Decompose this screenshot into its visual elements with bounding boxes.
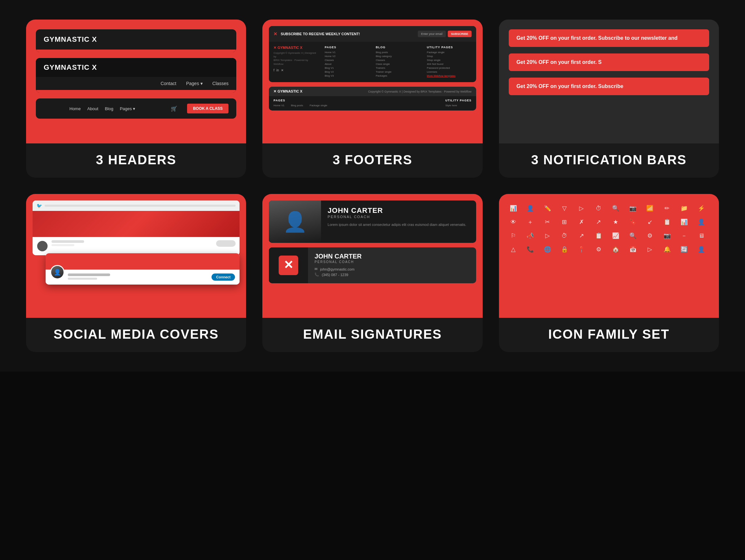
svg-text:✕: ✕ (284, 258, 293, 272)
sig2-x-logo: ✕ (279, 255, 298, 275)
email-sig-1: 👤 JOHN CARTER PERSONAL COACH Lorem ipsum… (269, 200, 476, 243)
notif-bar-2: Get 20% OFF on your first order. S (509, 54, 709, 71)
nav-about[interactable]: About (87, 106, 98, 111)
footer-link-blogv1[interactable]: Blog V1 (325, 66, 369, 69)
notif-bar-3: Get 20% OFF on your first order. Subscri… (509, 77, 709, 95)
twitter-name-bar (52, 240, 84, 243)
nav-pages-2[interactable]: Pages ▾ (120, 106, 135, 111)
icon-megaphone: 📣 (526, 231, 535, 240)
twitter-info (52, 240, 213, 252)
footer-utility-title: UTILITY PAGES (427, 45, 472, 49)
email-sig-2: ✕ JOHN CARTER PERSONAL COACH ✉ john@gymn… (269, 247, 476, 283)
sig1-photo: 👤 (269, 200, 321, 243)
icon-pin: 📍 (577, 245, 586, 254)
icon-lock: 🔒 (560, 245, 569, 254)
feature-grid: GYMNASTIC X GYMNASTIC X Contact Pages ▾ … (26, 20, 719, 352)
subscribe-input[interactable]: Enter your email (418, 31, 446, 37)
cart-icon[interactable]: 🛒 (171, 105, 177, 112)
icon-arrow-up-right: ↗ (577, 231, 586, 240)
footers-preview: ✕ SUBSCRIBE TO RECEIVE WEEKLY CONTENT! E… (262, 20, 482, 144)
sig2-title: PERSONAL COACH (315, 260, 469, 264)
icon-copy: 📋 (594, 231, 603, 240)
nav-classes[interactable]: Classes (213, 81, 229, 86)
icon-bell: 🔔 (662, 245, 672, 254)
social-label: SOCIAL MEDIA COVERS (26, 318, 246, 352)
sig2-name: JOHN CARTER (315, 253, 469, 260)
notif-bar-1: Get 20% OFF on your first order. Subscri… (509, 29, 709, 47)
nav-pages[interactable]: Pages ▾ (186, 81, 203, 86)
icon-chart2: 📈 (611, 231, 620, 240)
icon-triangle: △ (509, 245, 518, 254)
footer-link-blogv2[interactable]: Blog V2 (325, 70, 369, 73)
icon-phone: 📞 (526, 245, 535, 254)
footer-link-blogv3[interactable]: Blog V3 (325, 74, 369, 77)
footer-subscribe-section: ✕ SUBSCRIBE TO RECEIVE WEEKLY CONTENT! E… (269, 26, 476, 42)
nav-home[interactable]: Home (69, 106, 81, 111)
social-card-outer: 🐦 (26, 194, 246, 352)
headers-card: GYMNASTIC X GYMNASTIC X Contact Pages ▾ … (26, 20, 246, 178)
icon-play2: ▷ (543, 231, 552, 240)
brand-name-2: GYMNASTIC X (44, 63, 97, 72)
twitter-cover (33, 211, 239, 237)
icon-chart: 📊 (509, 204, 518, 213)
icon-bar-chart: 📊 (680, 217, 689, 226)
subscribe-btn[interactable]: SUBSCRIBE (448, 31, 472, 37)
icon-search: 🔍 (611, 204, 620, 213)
icon-label: ICON FAMILY SET (499, 318, 719, 352)
icon-wifi: 📶 (645, 204, 654, 213)
footer-link-classes[interactable]: Classes (325, 59, 369, 62)
icon-x: ✗ (577, 217, 586, 226)
icon-grid: 📊 👤 ✏️ ▽ ▷ ⏱ 🔍 📷 📶 ✏ 📁 ⚡ 👁 ＋ ✂ ⊞ (506, 200, 712, 257)
header-2-red-bar (36, 90, 236, 93)
sig2-logo-area: ✕ (269, 247, 308, 283)
sig1-name: JOHN CARTER (327, 206, 469, 215)
headers-preview: GYMNASTIC X GYMNASTIC X Contact Pages ▾ … (26, 20, 246, 144)
footers-label: 3 FOOTERS (262, 144, 482, 178)
email-preview: 👤 JOHN CARTER PERSONAL COACH Lorem ipsum… (262, 194, 482, 318)
header-item-2: GYMNASTIC X Contact Pages ▾ Classes (36, 58, 236, 93)
sig2-info: JOHN CARTER PERSONAL COACH ✉ john@gymnas… (308, 247, 476, 283)
footer-col-brand: ✕ GYMNASTIC X Copyright © Gymnastic X | … (273, 45, 318, 78)
notif-card: Get 20% OFF on your first order. Subscri… (499, 20, 719, 178)
footer-link-homev1[interactable]: Home V1 (325, 51, 369, 54)
icon-arrow-right: ↗ (594, 217, 603, 226)
header-2-top: GYMNASTIC X (36, 58, 236, 77)
notif-preview: Get 20% OFF on your first order. Subscri… (499, 20, 719, 144)
icon-play: ▷ (577, 204, 586, 213)
book-class-btn[interactable]: BOOK A CLASS (187, 104, 228, 114)
icon-preview: 📊 👤 ✏️ ▽ ▷ ⏱ 🔍 📷 📶 ✏ 📁 ⚡ 👁 ＋ ✂ ⊞ (499, 194, 719, 318)
footer-col-blog: BLOG Blog posts Blog category Classes Cl… (376, 45, 420, 78)
linkedin-connect-btn[interactable]: Connect (212, 274, 235, 281)
sig1-title: PERSONAL COACH (327, 215, 469, 219)
icon-user2: 👤 (697, 217, 706, 226)
footer-2-copy: Copyright © Gymnastic X | Designed by BR… (368, 90, 471, 93)
icon-plus: ＋ (526, 217, 535, 226)
header-item-1: GYMNASTIC X (36, 29, 236, 52)
icon-grid-icon: ⊞ (560, 217, 569, 226)
footer-2-pages-title: PAGES (273, 99, 440, 102)
icon-clock2: ⏱ (560, 231, 569, 240)
icon-pencil: ✏ (662, 204, 672, 213)
nav-blog[interactable]: Blog (105, 106, 114, 111)
footer-link-about[interactable]: About (325, 63, 369, 65)
linkedin-cover (45, 253, 239, 270)
header-3-nav: Home About Blog Pages ▾ (69, 106, 135, 111)
sig1-desc: Lorem ipsum dolor sit amet consectetur a… (327, 222, 469, 227)
footer-link-homev2[interactable]: Home V2 (325, 55, 369, 58)
icon-refresh: 🔄 (680, 245, 689, 254)
icon-gear: ⚙ (645, 231, 654, 240)
icon-user: 👤 (526, 204, 535, 213)
footer-2-header: ✕ GYMNASTIC X Copyright © Gymnastic X | … (269, 87, 476, 96)
header-1-red-bar (36, 50, 236, 52)
linkedin-card: 👤 Connect (45, 253, 239, 285)
footer-2-util-title: UTILITY PAGES (445, 99, 471, 102)
notif-label: 3 NOTIFICATION BARS (499, 144, 719, 178)
icon-user3: 👤 (697, 245, 706, 254)
footer-col-pages: PAGES Home V1 Home V2 Classes About Blog… (325, 45, 369, 78)
main-container: GYMNASTIC X GYMNASTIC X Contact Pages ▾ … (0, 0, 745, 372)
icon-home: 🏠 (611, 245, 620, 254)
icon-flag: ⚐ (509, 231, 518, 240)
icon-star: ★ (611, 217, 620, 226)
nav-contact[interactable]: Contact (161, 81, 176, 86)
headers-label: 3 HEADERS (26, 144, 246, 178)
